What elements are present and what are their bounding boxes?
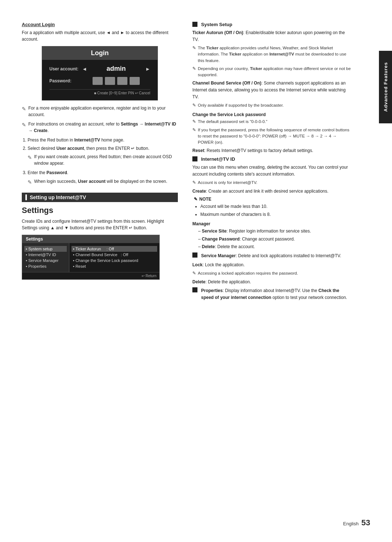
properties-section: Properties: Display information about In…: [192, 287, 352, 301]
properties-heading-block: Properties: Display information about In…: [192, 287, 352, 301]
note-icon-r6: ✎: [192, 180, 196, 186]
service-lock-note-1: ✎ The default password set is "0-0-0-0.": [192, 119, 352, 125]
manager-list: Service Site: Register login information…: [198, 228, 352, 250]
user-account-row: User account: ◄ admin ►: [49, 65, 150, 73]
sub-service-lock: • Change the Service Lock password: [73, 258, 156, 263]
sub-reset: • Reset: [73, 263, 156, 269]
system-setup-heading-block: System Setup: [192, 22, 352, 27]
internettv-id-heading-block: Internet@TV ID: [192, 156, 352, 162]
password-label: Password:: [49, 78, 82, 83]
note-block-list: Account will be made less than 10. Maxim…: [200, 203, 352, 218]
arrow-right-icon[interactable]: ►: [145, 66, 150, 72]
sub-channel-bound: • Channel Bound Service : Off: [73, 252, 156, 258]
arrow-left-icon[interactable]: ◄: [82, 66, 87, 72]
menu-service-manager: • Service Manager: [26, 258, 65, 263]
lock-note: ✎ Accessing a locked application require…: [192, 270, 352, 276]
settings-section: Settings Create IDs and configure Intern…: [22, 206, 178, 280]
reset-text: Reset: Resets Internet@TV settings to fa…: [192, 147, 352, 154]
service-lock-heading: Change the Service Lock password: [192, 112, 352, 117]
service-manager-text: Service Manager: Delete and lock applica…: [201, 252, 341, 259]
login-step-2-note: ✎ If you want create account, press Red …: [28, 153, 178, 167]
channel-bound-text: Channel Bound Service (Off / On): Some c…: [192, 80, 352, 100]
channel-note: ✎ Only available if supported by the bro…: [192, 102, 352, 108]
right-column: System Setup Ticker Autorun (Off / On): …: [192, 22, 370, 520]
note-block-title: ✎ NOTE: [194, 197, 352, 202]
password-row: Password:: [49, 77, 150, 85]
note-icon-label: ✎: [194, 197, 197, 202]
service-lock-note-2: ✎ If you forget the password, press the …: [192, 127, 352, 146]
note-icon-r5: ✎: [192, 127, 196, 133]
ticker-note-1: ✎ The Ticker application provides useful…: [192, 45, 352, 64]
note-icon-1: ✎: [22, 105, 26, 113]
settings-right-menu: • Ticker Autorun : Off • Channel Bound S…: [69, 243, 159, 272]
footer-page-number: 53: [362, 518, 370, 527]
login-ordered-list: Press the Red button in Internet@TV home…: [28, 137, 178, 186]
internettv-id-body: You can use this menu when creating, del…: [192, 164, 352, 177]
delete-text: Delete: Delete the application.: [192, 279, 352, 286]
create-text: Create: Create an account and link it wi…: [192, 188, 352, 195]
menu-properties: • Properties: [26, 263, 65, 269]
setting-up-section-bar: Setting up Internet@TV: [22, 193, 178, 202]
menu-system-setup: • System setup: [24, 246, 67, 252]
note-icon-r7: ✎: [192, 270, 196, 276]
user-label: User account:: [49, 66, 82, 71]
login-note-1: ✎ For a more enjoyable application exper…: [22, 105, 178, 118]
manager-heading: Manager: [192, 221, 352, 226]
note-icon-r1: ✎: [192, 45, 196, 51]
login-step-3-note: ✎ When login succeeds, User account will…: [28, 178, 178, 186]
page-footer: English 53: [343, 518, 370, 527]
login-box-title: Login: [42, 46, 158, 60]
note-icon-3: ✎: [28, 154, 32, 161]
login-note-1-text: For a more enjoyable application experie…: [28, 105, 178, 118]
manager-item-3: Delete: Delete the account.: [198, 243, 352, 250]
pwd-dot-3: [117, 77, 127, 85]
ticker-note-2: ✎ Depending on your country, Ticker appl…: [192, 66, 352, 78]
black-square-1: [192, 22, 197, 27]
settings-screenshot: Settings • System setup • Internet@TV ID…: [22, 235, 160, 280]
settings-body: Create IDs and configure Internet@TV set…: [22, 218, 178, 231]
account-login-heading: Account Login: [22, 22, 178, 27]
note-icon-r2: ✎: [192, 66, 196, 72]
note-icon-r3: ✎: [192, 102, 196, 108]
sub-ticker-autorun: • Ticker Autorun : Off: [72, 246, 157, 252]
settings-screenshot-title: Settings: [22, 235, 159, 243]
ticker-autorun-text: Ticker Autorun (Off / On): Enable/disabl…: [192, 29, 352, 43]
chapter-tab: Advanced Features: [379, 51, 392, 123]
settings-screenshot-body: • System setup • Internet@TV ID • Servic…: [22, 243, 159, 272]
note-icon-2: ✎: [22, 121, 26, 129]
properties-text: Properties: Display information about In…: [201, 287, 352, 301]
note-item-1: Account will be made less than 10.: [200, 203, 352, 210]
login-box-body: User account: ◄ admin ► Password:: [42, 60, 158, 100]
pwd-dot-2: [105, 77, 115, 85]
pwd-dot-1: [93, 77, 103, 85]
note-item-2: Maximum number of characters is 8.: [200, 211, 352, 218]
manager-item-1: Service Site: Register login information…: [198, 228, 352, 235]
password-dots: [82, 77, 150, 85]
section-bar-icon: [25, 194, 27, 200]
login-footer: ■ Create [0~9] Enter PIN ↩ Cancel: [49, 89, 150, 95]
setting-up-heading: Setting up Internet@TV: [30, 194, 86, 200]
lock-text: Lock: Lock the application.: [192, 262, 352, 268]
account-login-section: Account Login For a application with mul…: [22, 22, 178, 186]
settings-footer: ↩ Return: [22, 272, 159, 279]
service-manager-heading-block: Service Manager: Delete and lock applica…: [192, 252, 352, 259]
settings-left-menu: • System setup • Internet@TV ID • Servic…: [22, 243, 69, 272]
login-note-2: ✎ For instructions on creating an accoun…: [22, 121, 178, 134]
settings-heading: Settings: [22, 206, 178, 215]
internettv-id-note: ✎ Account is only for internet@TV.: [192, 180, 352, 186]
internettv-id-section: Internet@TV ID You can use this menu whe…: [192, 156, 352, 250]
note-block: ✎ NOTE Account will be made less than 10…: [194, 197, 352, 218]
black-square-4: [192, 287, 197, 292]
pwd-dot-4: [130, 77, 140, 85]
account-login-body: For a application with multiple account,…: [22, 29, 178, 42]
menu-internettv-id: • Internet@TV ID: [26, 252, 65, 258]
footer-english: English: [343, 521, 359, 526]
black-square-3: [192, 252, 197, 258]
left-column: Account Login For a application with mul…: [22, 22, 178, 520]
user-value: admin: [87, 65, 145, 73]
internettv-id-heading: Internet@TV ID: [201, 156, 235, 162]
note-icon-4: ✎: [28, 178, 32, 186]
login-step-2: Select desired User account, then press …: [28, 145, 178, 167]
black-square-2: [192, 156, 197, 161]
note-icon-r4: ✎: [192, 119, 196, 125]
